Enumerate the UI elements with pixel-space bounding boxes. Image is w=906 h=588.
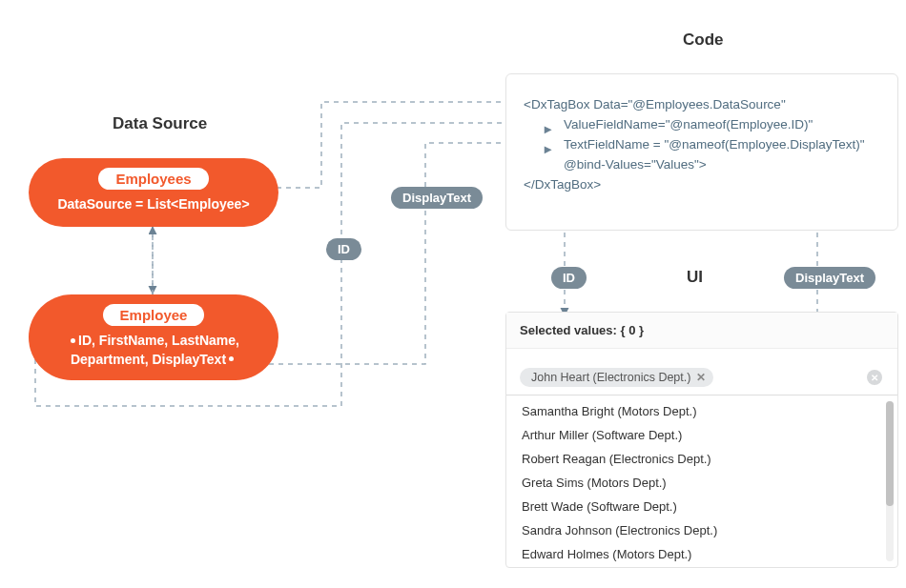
employee-fields-line1: ID, FirstName, LastName, xyxy=(68,333,239,348)
code-line-1: <DxTagBox Data="@Employees.DataSource" xyxy=(524,95,880,115)
badge-id-left: ID xyxy=(326,238,361,260)
code-line-2: ▸ValueFieldName="@nameof(Employee.ID)" xyxy=(524,115,880,135)
code-panel: <DxTagBox Data="@Employees.DataSource" ▸… xyxy=(505,73,898,231)
list-item[interactable]: Edward Holmes (Motors Dept.) xyxy=(506,542,897,566)
list-item[interactable]: Greta Sims (Motors Dept.) xyxy=(506,471,897,495)
employees-subtitle: DataSource = List<Employee> xyxy=(29,190,278,226)
scrollbar-thumb[interactable] xyxy=(886,401,894,506)
badge-id-right: ID xyxy=(551,267,587,289)
list-item[interactable]: Sandra Johnson (Electronics Dept.) xyxy=(506,518,897,542)
list-item[interactable]: Samantha Bright (Motors Dept.) xyxy=(506,399,897,423)
badge-displaytext-right: DisplayText xyxy=(784,267,875,289)
list-item[interactable]: Brett Wade (Software Dept.) xyxy=(506,495,897,518)
employees-blob: Employees DataSource = List<Employee> xyxy=(29,158,278,227)
employees-title-pill: Employees xyxy=(98,168,208,190)
list-item[interactable]: Robert Reagan (Electronics Dept.) xyxy=(506,447,897,471)
list-item[interactable]: Arthur Miller (Software Dept.) xyxy=(506,423,897,447)
section-heading-datasource: Data Source xyxy=(113,114,207,133)
badge-displaytext-left: DisplayText xyxy=(391,187,483,209)
selected-values-label: Selected values: { 0 } xyxy=(506,313,897,349)
dropdown-list: Samantha Bright (Motors Dept.) Arthur Mi… xyxy=(506,395,897,567)
employee-fields-line2: Department, DisplayText xyxy=(71,352,237,367)
code-line-4: @bind-Values="Values"> xyxy=(524,155,880,175)
tag-remove-icon[interactable]: ✕ xyxy=(696,371,706,384)
tag-chip-label: John Heart (Electronics Dept.) xyxy=(531,371,690,384)
ui-panel: Selected values: { 0 } John Heart (Elect… xyxy=(505,312,898,568)
code-line-5: </DxTagBox> xyxy=(524,175,880,195)
clear-all-icon[interactable]: ✕ xyxy=(867,370,882,385)
employee-blob: Employee ID, FirstName, LastName, Depart… xyxy=(29,294,278,380)
tagbox-input-row[interactable]: John Heart (Electronics Dept.) ✕ ✕ xyxy=(506,349,897,395)
tag-chip[interactable]: John Heart (Electronics Dept.) ✕ xyxy=(520,368,713,387)
section-heading-code: Code xyxy=(683,30,724,50)
section-heading-ui: UI xyxy=(687,268,703,287)
employee-title-pill: Employee xyxy=(103,304,205,326)
code-line-3: ▸TextFieldName = "@nameof(Employee.Displ… xyxy=(524,135,880,155)
